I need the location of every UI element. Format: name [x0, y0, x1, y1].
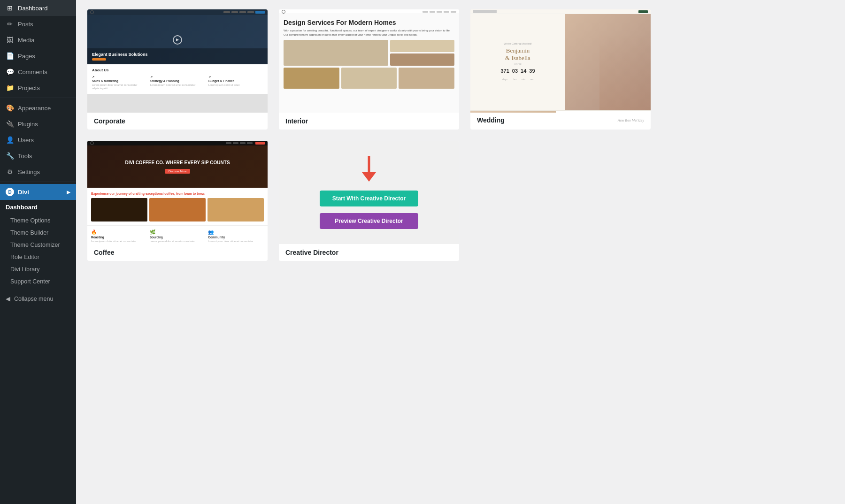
coffee-nav-links — [226, 142, 253, 144]
corp-col-1: ↗ Sales & Marketing Lorem ipsum dolor si… — [92, 75, 146, 90]
start-creative-director-button[interactable]: Start With Creative Director — [320, 191, 418, 206]
interior-theme-label: Interior — [279, 113, 459, 130]
sidebar-item-settings[interactable]: ⚙ Settings — [0, 164, 76, 180]
coffee-mid-title: Experience our journey of crafting excep… — [91, 191, 264, 196]
corp-hero-title: Elegant Business Solutions — [92, 52, 263, 57]
theme-card-coffee[interactable]: DIVI COFFEE CO. WHERE EVERY SIP COUNTS D… — [87, 141, 268, 261]
interior-img-sm1 — [390, 40, 454, 52]
creative-arrow-svg — [360, 156, 378, 184]
sidebar-item-posts-label: Posts — [18, 21, 33, 28]
coffee-col-community: 👥 Community Lorem ipsum dolor sit amet c… — [208, 229, 264, 243]
wedding-photo — [565, 14, 651, 110]
sidebar: ⊞ Dashboard ✏ Posts 🖼 Media 📄 Pages 💬 Co… — [0, 0, 76, 504]
wedding-subtitle: Annul — [514, 62, 521, 65]
wedding-main: We're Getting Married! Benjamin & Isabel… — [470, 14, 651, 110]
sidebar-item-projects-label: Projects — [18, 84, 40, 92]
wedding-days: 371 days — [500, 68, 509, 82]
theme-card-corporate[interactable]: Elegant Business Solutions ▶ About Us ↗ … — [87, 9, 268, 130]
divi-sub-library[interactable]: Divi Library — [0, 263, 76, 275]
interior-images-2 — [284, 68, 454, 89]
sidebar-item-users-label: Users — [18, 137, 34, 144]
sidebar-item-settings-label: Settings — [18, 168, 40, 176]
sidebar-item-appearance[interactable]: 🎨 Appearance — [0, 100, 76, 116]
wedding-text: We're Getting Married! Benjamin & Isabel… — [470, 14, 565, 110]
sidebar-item-plugins[interactable]: 🔌 Plugins — [0, 116, 76, 132]
corp-col2-label: Strategy & Planning — [150, 79, 205, 83]
theme-preview-corporate: Elegant Business Solutions ▶ About Us ↗ … — [87, 9, 268, 113]
sidebar-item-pages[interactable]: 📄 Pages — [0, 48, 76, 64]
corp-about-title: About Us — [92, 68, 263, 72]
preview-creative-director-button[interactable]: Preview Creative Director — [320, 213, 418, 229]
sidebar-item-dashboard[interactable]: ⊞ Dashboard — [0, 0, 76, 16]
pages-icon: 📄 — [6, 52, 14, 60]
corp-theme-label: Corporate — [87, 113, 268, 130]
coffee-img-1 — [91, 198, 147, 221]
users-icon: 👤 — [6, 136, 14, 144]
divi-sub-support[interactable]: Support Center — [0, 275, 76, 288]
divi-sub-theme-builder[interactable]: Theme Builder — [0, 227, 76, 239]
interior-nav-logo-icon — [282, 10, 285, 14]
wedding-info-row: Join Us In Tying The Knot! When: Sunday … — [470, 110, 651, 113]
wedding-countdown: 371 days 03 hrs 14 min — [500, 68, 535, 82]
sidebar-item-projects[interactable]: 📁 Projects — [0, 80, 76, 96]
corp-col-3: ↗ Budget & Finance Lorem ipsum dolor sit… — [208, 75, 263, 90]
comments-icon: 💬 — [6, 68, 14, 76]
theme-preview-wedding: We're Getting Married! Benjamin & Isabel… — [470, 9, 651, 113]
sidebar-item-tools[interactable]: 🔧 Tools — [0, 148, 76, 164]
coffee-nav-cta-icon — [255, 142, 265, 145]
creative-director-theme-label: Creative Director — [279, 244, 459, 261]
sidebar-item-pages-label: Pages — [18, 53, 35, 60]
divi-dashboard-label: Dashboard — [0, 200, 76, 214]
sidebar-item-media-label: Media — [18, 37, 34, 44]
sidebar-item-media[interactable]: 🖼 Media — [0, 32, 76, 48]
wedding-secs: 39 sec — [529, 68, 535, 82]
theme-card-interior[interactable]: Design Services For Modern Homes With a … — [279, 9, 459, 130]
coffee-hero: DIVI COFFEE CO. WHERE EVERY SIP COUNTS D… — [87, 145, 268, 188]
divi-sub-theme-customizer[interactable]: Theme Customizer — [0, 239, 76, 251]
coffee-mid-images — [91, 198, 264, 221]
main-content: Elegant Business Solutions ▶ About Us ↗ … — [76, 0, 845, 504]
wedding-footer-row: Wedding How Ben Met Izzy — [470, 113, 651, 128]
divi-menu-item[interactable]: D Divi ▶ — [0, 184, 76, 200]
wedding-theme-label: Wedding — [477, 116, 505, 124]
sidebar-item-comments[interactable]: 💬 Comments — [0, 64, 76, 80]
collapse-label: Collapse menu — [14, 296, 53, 302]
divi-logo-icon: D — [6, 188, 14, 196]
sidebar-item-users[interactable]: 👤 Users — [0, 132, 76, 148]
theme-card-creative-director[interactable]: Start With Creative Director Preview Cre… — [279, 141, 459, 261]
collapse-icon: ◀ — [6, 295, 10, 302]
coffee-hero-text: DIVI COFFEE CO. WHERE EVERY SIP COUNTS — [125, 160, 230, 166]
interior-img-b3 — [399, 68, 454, 89]
wedding-nav-logo-icon — [473, 10, 497, 13]
corp-nav — [87, 9, 268, 15]
interior-img-sm2 — [390, 53, 454, 66]
theme-card-wedding[interactable]: We're Getting Married! Benjamin & Isabel… — [470, 9, 651, 130]
wedding-title: Benjamin & Isabella — [505, 47, 530, 61]
divi-label: Divi — [18, 189, 29, 196]
divi-sub-role-editor[interactable]: Role Editor — [0, 251, 76, 263]
sidebar-item-posts[interactable]: ✏ Posts — [0, 16, 76, 32]
coffee-col-roasting: 🔥 Roasting Lorem ipsum dolor sit amet co… — [91, 229, 147, 243]
media-icon: 🖼 — [6, 36, 14, 44]
interior-images-1 — [284, 40, 454, 66]
interior-img-b2 — [341, 68, 397, 89]
settings-icon: ⚙ — [6, 168, 14, 176]
corp-content: About Us ↗ Sales & Marketing Lorem ipsum… — [87, 64, 268, 94]
coffee-img-2 — [149, 198, 206, 221]
divi-arrow-icon: ▶ — [67, 190, 70, 195]
coffee-nav — [87, 141, 268, 145]
corp-cols: ↗ Sales & Marketing Lorem ipsum dolor si… — [92, 75, 263, 90]
corp-play-icon: ▶ — [173, 35, 182, 45]
interior-content: Design Services For Modern Homes With a … — [279, 15, 459, 92]
wedding-hands-photo — [470, 111, 556, 113]
divi-sub-theme-options[interactable]: Theme Options — [0, 214, 76, 227]
theme-preview-coffee: DIVI COFFEE CO. WHERE EVERY SIP COUNTS D… — [87, 141, 268, 244]
sidebar-item-appearance-label: Appearance — [18, 105, 51, 112]
interior-nav — [279, 9, 459, 14]
coffee-bottom-cols: 🔥 Roasting Lorem ipsum dolor sit amet co… — [87, 225, 268, 244]
coffee-col-sourcing: 🌿 Sourcing Lorem ipsum dolor sit amet co… — [150, 229, 206, 243]
interior-nav-links — [422, 11, 456, 13]
coffee-nav-logo-icon — [90, 141, 94, 145]
wedding-info-content: Join Us In Tying The Knot! When: Sunday … — [556, 111, 651, 113]
collapse-menu-button[interactable]: ◀ Collapse menu — [0, 291, 76, 306]
